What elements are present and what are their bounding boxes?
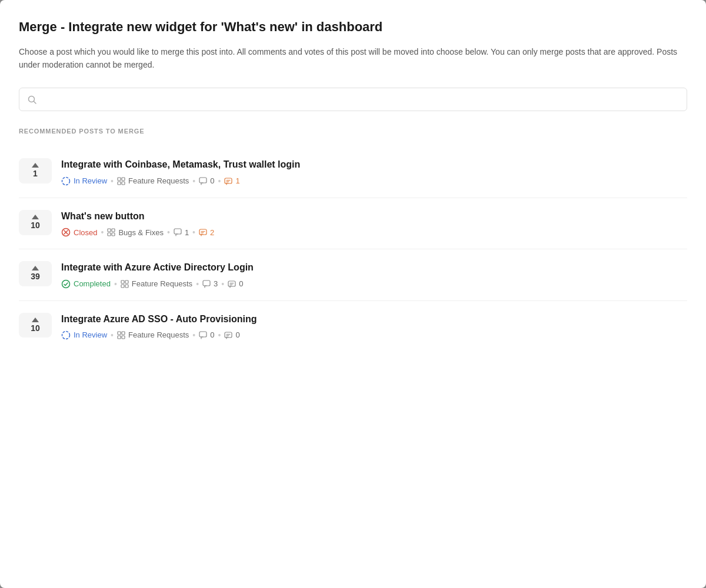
separator: • bbox=[196, 279, 199, 289]
svg-rect-18 bbox=[174, 229, 181, 234]
vote-count: 10 bbox=[31, 323, 40, 333]
modal-title: Merge - Integrate new widget for 'What's… bbox=[19, 19, 687, 36]
status-label: Completed bbox=[74, 279, 111, 288]
comments-icon bbox=[202, 280, 211, 288]
comments-count: 0 bbox=[210, 176, 214, 185]
post-title[interactable]: Integrate with Azure Active Directory Lo… bbox=[61, 261, 687, 274]
svg-rect-27 bbox=[203, 280, 210, 286]
replies-count: 2 bbox=[210, 228, 214, 237]
merge-modal: Merge - Integrate new widget for 'What's… bbox=[0, 0, 706, 588]
vote-up-arrow bbox=[32, 318, 39, 322]
separator: • bbox=[111, 176, 114, 186]
separator: • bbox=[192, 330, 195, 340]
replies-icon bbox=[199, 228, 207, 236]
svg-rect-24 bbox=[125, 280, 128, 283]
comments-count: 1 bbox=[185, 228, 189, 237]
replies-meta: 0 bbox=[224, 330, 239, 339]
post-item[interactable]: 39 Integrate with Azure Active Directory… bbox=[19, 249, 687, 300]
post-item[interactable]: 1 Integrate with Coinbase, Metamask, Tru… bbox=[19, 146, 687, 198]
comments-icon bbox=[199, 177, 207, 185]
post-meta: In Review • Feature Requests • 0 • bbox=[61, 330, 687, 340]
post-meta: Completed • Feature Requests • 3 • bbox=[61, 279, 687, 289]
category-label: Feature Requests bbox=[128, 176, 189, 185]
posts-list: 1 Integrate with Coinbase, Metamask, Tru… bbox=[19, 146, 687, 352]
svg-rect-4 bbox=[122, 178, 125, 181]
post-item[interactable]: 10 What's new button Closed • Bugs & Fix… bbox=[19, 198, 687, 249]
search-container[interactable] bbox=[19, 88, 687, 111]
vote-count: 1 bbox=[33, 169, 38, 179]
svg-rect-25 bbox=[121, 285, 124, 288]
svg-rect-15 bbox=[112, 229, 115, 232]
status-icon bbox=[61, 279, 71, 289]
post-title[interactable]: Integrate with Coinbase, Metamask, Trust… bbox=[61, 158, 687, 171]
vote-up-arrow bbox=[32, 266, 39, 270]
search-icon bbox=[28, 94, 37, 105]
category-meta: Bugs & Fixes bbox=[107, 228, 164, 237]
post-title[interactable]: Integrate Azure AD SSO - Auto Provisioni… bbox=[61, 313, 687, 326]
replies-count: 0 bbox=[239, 279, 243, 288]
comments-icon bbox=[174, 228, 182, 236]
post-title[interactable]: What's new button bbox=[61, 210, 687, 223]
separator: • bbox=[218, 330, 221, 340]
category-label: Bugs & Fixes bbox=[118, 228, 164, 237]
vote-box: 10 bbox=[19, 210, 52, 235]
category-label: Feature Requests bbox=[128, 330, 189, 339]
svg-rect-16 bbox=[108, 233, 111, 236]
svg-rect-5 bbox=[118, 182, 121, 185]
svg-point-31 bbox=[62, 331, 70, 339]
replies-count: 1 bbox=[235, 176, 239, 185]
vote-box: 1 bbox=[19, 158, 52, 183]
category-icon bbox=[121, 280, 129, 288]
svg-line-1 bbox=[34, 102, 36, 104]
section-label: RECOMMENDED POSTS TO MERGE bbox=[19, 128, 687, 135]
svg-rect-14 bbox=[108, 229, 111, 232]
category-icon bbox=[107, 228, 115, 236]
post-meta: Closed • Bugs & Fixes • 1 • bbox=[61, 228, 687, 237]
svg-rect-17 bbox=[112, 233, 115, 236]
comments-count: 0 bbox=[210, 330, 214, 339]
comments-icon bbox=[199, 331, 207, 339]
search-input[interactable] bbox=[43, 95, 678, 104]
status-badge: In Review bbox=[61, 176, 107, 186]
replies-meta: 0 bbox=[228, 279, 243, 288]
separator: • bbox=[218, 176, 221, 186]
svg-rect-3 bbox=[118, 178, 121, 181]
replies-meta: 2 bbox=[199, 228, 214, 237]
post-content: Integrate with Coinbase, Metamask, Trust… bbox=[61, 158, 687, 185]
vote-up-arrow bbox=[32, 215, 39, 219]
category-label: Feature Requests bbox=[132, 279, 192, 288]
modal-description: Choose a post which you would like to me… bbox=[19, 45, 687, 72]
status-badge: In Review bbox=[61, 330, 107, 340]
status-label: Closed bbox=[74, 228, 97, 237]
svg-rect-33 bbox=[122, 332, 125, 335]
post-item[interactable]: 10 Integrate Azure AD SSO - Auto Provisi… bbox=[19, 301, 687, 352]
status-icon bbox=[61, 330, 71, 340]
post-meta: In Review • Feature Requests • 0 • bbox=[61, 176, 687, 186]
status-icon bbox=[61, 228, 71, 237]
comments-count: 3 bbox=[214, 279, 218, 288]
post-content: Integrate Azure AD SSO - Auto Provisioni… bbox=[61, 313, 687, 340]
replies-icon bbox=[228, 280, 236, 288]
svg-rect-23 bbox=[121, 280, 124, 283]
status-icon bbox=[61, 176, 71, 186]
replies-icon bbox=[224, 177, 232, 185]
vote-count: 10 bbox=[31, 220, 40, 230]
separator: • bbox=[192, 228, 195, 237]
replies-meta: 1 bbox=[224, 176, 239, 185]
status-label: In Review bbox=[74, 176, 107, 185]
vote-box: 39 bbox=[19, 261, 52, 286]
comments-meta: 3 bbox=[202, 279, 218, 288]
svg-rect-36 bbox=[199, 332, 207, 337]
separator: • bbox=[167, 228, 170, 237]
vote-count: 39 bbox=[31, 272, 40, 282]
comments-meta: 0 bbox=[199, 330, 214, 339]
svg-rect-7 bbox=[199, 178, 207, 183]
svg-rect-32 bbox=[118, 332, 121, 335]
replies-icon bbox=[224, 331, 232, 339]
status-label: In Review bbox=[74, 330, 107, 339]
category-meta: Feature Requests bbox=[117, 176, 189, 185]
svg-rect-34 bbox=[118, 336, 121, 339]
vote-box: 10 bbox=[19, 313, 52, 338]
comments-meta: 1 bbox=[174, 228, 189, 237]
separator: • bbox=[111, 330, 114, 340]
